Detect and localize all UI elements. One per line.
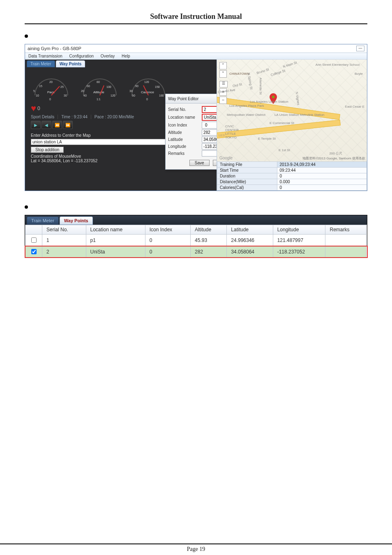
app-window: aining Gym Pro - GB-580P — Data Transmis… [25, 44, 367, 191]
svg-text:0: 0 [146, 98, 148, 101]
info-training-file-label: Training File [217, 162, 277, 168]
col-lon: Longitude [273, 225, 325, 235]
gauge-alt-label: Altitude [93, 90, 104, 94]
col-icon: Icon Index [145, 225, 190, 235]
svg-text:80: 80 [97, 81, 100, 83]
svg-text:120: 120 [144, 81, 149, 83]
menu-data-transmission[interactable]: Data Transmission [28, 54, 62, 58]
row1-checkbox[interactable] [31, 249, 37, 254]
heart-icon: ♥ [31, 104, 36, 113]
map-view[interactable]: ˄ ˅ ☰ + − CHINATOWN Ann Stre [217, 60, 367, 161]
map-logo: Google [219, 156, 233, 160]
grid-tab-train-meter[interactable]: Train Meter [27, 216, 59, 225]
map-label-union: Los Angeles Union Station [250, 100, 288, 104]
col-serial: Serial No. [42, 225, 86, 235]
page-title: Software Instruction Manual [25, 12, 367, 24]
row0-rem [325, 235, 367, 246]
stop-addition-button[interactable]: Stop addition [31, 147, 64, 153]
remarks-label: Remarks [168, 151, 202, 156]
transport-back-icon[interactable]: ◀ [42, 121, 51, 129]
map-label-chinatown: CHINATOWN [229, 72, 249, 76]
row1-alt: 282 [191, 246, 227, 258]
map-scale-label: 200 公尺 [329, 151, 342, 156]
map-type-button[interactable]: ☰ [219, 81, 228, 88]
svg-text:60: 60 [132, 94, 135, 97]
gauge-altitude: 40 60 80 100 120 Altitude 20 1:1 [79, 71, 120, 101]
svg-text:150: 150 [155, 85, 160, 88]
map-label-temple: E Temple St [258, 137, 276, 140]
info-start-time-label: Start Time [217, 168, 277, 173]
info-distance-label: Distance(Mile) [217, 179, 277, 185]
zoom-out-button[interactable]: ˅ [219, 70, 227, 78]
editor-save-button[interactable]: Save [189, 160, 210, 166]
info-training-file-value: 2013-9-24,09:23:44 [277, 162, 367, 168]
map-label-cesar: East Cesar E [345, 105, 364, 108]
icon-index-label: Icon Index [168, 123, 202, 127]
map-label-commercial: E Commercial St [270, 121, 294, 125]
transport-fwd-icon[interactable]: ⏩ [63, 121, 73, 129]
map-label-la-union: LA Union Station Metrolink Station [274, 113, 324, 117]
col-lat: Latitude [227, 225, 273, 235]
map-label-metro: Metropolitan Water District [227, 113, 265, 117]
map-attribution: 地图资料©2013 Google, Sanborn 使用条款 [302, 156, 365, 161]
latitude-label: Latitude [168, 137, 202, 142]
sport-pace: Pace : 20:00 Min/Mile [95, 115, 134, 119]
svg-text:30: 30 [64, 94, 67, 97]
page-footer: Page 19 [0, 543, 392, 553]
row0-loc: p1 [86, 235, 145, 246]
altitude-label: Altitude [168, 130, 202, 135]
svg-text:25: 25 [60, 85, 64, 88]
tab-way-points[interactable]: Way Points [56, 60, 85, 67]
menu-configuration[interactable]: Configuration [69, 54, 94, 58]
info-distance-value: 0.000 [277, 179, 367, 185]
row0-checkbox[interactable] [31, 237, 37, 243]
col-rem: Remarks [325, 225, 367, 235]
info-start-time-value: 09:23:44 [277, 168, 367, 173]
bullet-dot [25, 35, 28, 38]
row0-alt: 45.93 [191, 235, 227, 246]
heart-rate-value: 0 [37, 106, 40, 111]
location-name-label: Location name [168, 115, 202, 120]
transport-rew-icon[interactable]: ⏪ [52, 121, 62, 129]
svg-text:15: 15 [39, 85, 42, 88]
info-duration-label: Duration [217, 173, 277, 179]
svg-text:30: 30 [129, 90, 133, 92]
editor-title: Way Point Editor [168, 97, 198, 101]
longitude-label: Longitude [168, 144, 202, 149]
row1-lon: -118.237052 [273, 246, 325, 258]
menu-help[interactable]: Help [122, 54, 130, 58]
table-row[interactable]: 2 UniSta 0 282 34.058064 -118.237052 [25, 246, 367, 258]
address-input[interactable] [31, 139, 187, 145]
map-label-ann: Ann Street Elementary School [316, 63, 360, 67]
menubar: Data Transmission Configuration Overlay … [25, 53, 367, 60]
serial-no-label: Serial No. [168, 107, 202, 112]
map-label-les: LES [219, 134, 225, 137]
row0-lat: 24.996346 [227, 235, 273, 246]
gauge-pace: 10 15 20 25 30 Pace 5 0 [31, 71, 72, 101]
zoom-minus-button[interactable]: − [219, 97, 227, 104]
svg-text:1:1: 1:1 [97, 98, 101, 101]
menu-overlay[interactable]: Overlay [101, 54, 115, 58]
col-loc: Location name [86, 225, 145, 235]
training-info-table: Training File 2013-9-24,09:23:44 Start T… [217, 161, 367, 191]
map-label-alameda: Alameda St [259, 78, 263, 94]
zoom-in-button[interactable]: ˄ [219, 62, 227, 69]
map-label-plaza: Los Angeles Plaza Park [229, 104, 264, 108]
map-label-civic: CIVIC CENTER LITTLE TOKYO [225, 124, 239, 139]
sport-details-label: Sport Details [31, 115, 58, 119]
row0-icon: 0 [145, 235, 190, 246]
svg-text:0: 0 [49, 98, 51, 101]
map-label-first: E 1st St [279, 148, 290, 152]
row1-icon: 0 [145, 246, 190, 258]
svg-text:60: 60 [87, 85, 90, 88]
waypoints-grid: Serial No. Location name Icon Index Alti… [25, 225, 367, 258]
info-duration-value: 0 [277, 173, 367, 179]
info-calories-label: Calories(Cal) [217, 185, 277, 191]
table-row[interactable]: 1 p1 0 45.93 24.996346 121.487997 [25, 235, 367, 246]
transport-play-icon[interactable]: ▶ [31, 121, 41, 129]
minimize-icon[interactable]: — [356, 46, 364, 51]
svg-text:5: 5 [33, 90, 35, 92]
grid-tab-way-points[interactable]: Way Points [60, 216, 93, 225]
tab-train-meter[interactable]: Train Meter [27, 60, 55, 67]
svg-text:100: 100 [106, 85, 111, 88]
